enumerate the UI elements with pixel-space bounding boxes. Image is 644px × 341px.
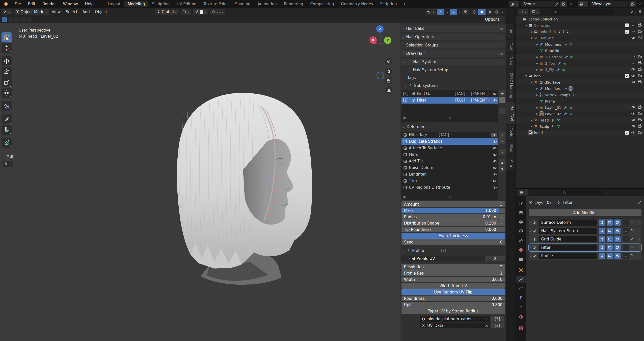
drag-handle-icon[interactable]: ::::: [499, 61, 503, 63]
gizmo-axis-z[interactable]: Z: [376, 25, 384, 33]
header-extra-button-4[interactable]: [20, 17, 26, 22]
panel-hair-system[interactable]: ⌄⋮Hair System::::: [401, 59, 505, 65]
sidebar-tab-cp77-modding[interactable]: CP77 Modding: [506, 69, 514, 102]
modifier-expander[interactable]: ›: [530, 238, 531, 241]
editor-type-button[interactable]: ⌄: [518, 9, 528, 15]
nav-pan-button[interactable]: [385, 68, 393, 75]
realtime-toggle[interactable]: [607, 245, 613, 251]
panel-profile[interactable]: ⌄⋮Profile[2]: [402, 248, 505, 254]
exclude-checkbox[interactable]: ✓: [625, 23, 629, 27]
deformers-add-button[interactable]: [499, 132, 505, 138]
overlays-dropdown[interactable]: ⌄: [459, 10, 461, 14]
workspace-tab-texture-paint[interactable]: Texture Paint: [200, 1, 231, 7]
edit-mode-toggle[interactable]: [599, 236, 605, 242]
subsystems-specials-button[interactable]: ⌄: [499, 108, 505, 114]
expander-open-icon[interactable]: ▼: [530, 81, 534, 84]
render-toggle[interactable]: [638, 130, 642, 135]
workspace-tab-shading[interactable]: Shading: [232, 1, 254, 7]
render-toggle[interactable]: [638, 67, 642, 72]
use-random-uv-flip-button[interactable]: Use Random UV Flip: [401, 289, 505, 295]
filter-tag-row[interactable]: Filter Tag:[TAG]↔: [401, 132, 498, 138]
viewlayer-remove-icon[interactable]: [638, 2, 641, 6]
header-extra-button-2[interactable]: [8, 17, 14, 22]
viewlayer-copy-button[interactable]: [629, 1, 636, 7]
expander-open-icon[interactable]: ▼: [524, 24, 528, 27]
deformers-remove-button[interactable]: [499, 138, 505, 144]
modifier-expander[interactable]: ›: [530, 254, 531, 258]
deformer-row[interactable]: Duplicate Strands: [401, 138, 498, 145]
edit-mode-toggle[interactable]: [599, 253, 605, 259]
render-toggle[interactable]: [638, 29, 642, 34]
panel-sub-systems[interactable]: ⌄⋮Sub-systems: [405, 83, 505, 89]
prop-slider[interactable]: Radius0.01 m: [401, 214, 499, 220]
deformer-row[interactable]: Trim: [401, 178, 498, 184]
properties-tab-data[interactable]: [516, 304, 526, 311]
panel-hair-system-setup[interactable]: ›⋮Hair System Setup: [405, 67, 505, 73]
gizmo-axis-x[interactable]: X: [369, 36, 377, 44]
snap-toggle[interactable]: ⌄: [193, 9, 208, 15]
prop-slider[interactable]: Width0.010: [401, 277, 505, 282]
outliner-row[interactable]: ▼BobGrid✕: [516, 35, 644, 41]
hide-toggle[interactable]: [631, 124, 635, 129]
subsystems-add-button[interactable]: [499, 90, 505, 96]
exclude-checkbox[interactable]: ✓: [625, 131, 629, 135]
render-toggle[interactable]: [614, 253, 621, 259]
modifier-drag-handle[interactable]: ::::::::: [636, 221, 640, 224]
modifier-drag-handle[interactable]: ::::::::: [636, 255, 640, 257]
tool-add-cube[interactable]: [2, 138, 12, 148]
outliner-row[interactable]: ▶3_Fly: [516, 66, 644, 73]
deformer-row[interactable]: Add Tilt: [401, 158, 498, 164]
outliner-row[interactable]: ▶Modifiers: [516, 85, 644, 92]
hide-toggle[interactable]: [631, 61, 635, 66]
properties-search-input[interactable]: [561, 190, 603, 195]
sidebar-tab-tools[interactable]: Tools: [506, 125, 514, 140]
render-toggle[interactable]: [638, 61, 642, 66]
properties-tab-material[interactable]: [516, 313, 526, 321]
outliner-row[interactable]: ▼GridSurface: [516, 79, 644, 85]
properties-tab-render[interactable]: [516, 209, 526, 216]
deformer-row[interactable]: Lenghten: [401, 171, 498, 178]
shading-material-preview[interactable]: [486, 9, 493, 15]
resize-handle-icon[interactable]: ::::: [449, 196, 453, 198]
gizmo-axis-negative-z[interactable]: [377, 72, 384, 79]
outliner-row[interactable]: Plane: [516, 98, 644, 104]
modifier-drag-handle[interactable]: ::::::::: [636, 246, 640, 249]
breadcrumb-object[interactable]: Layer_02: [534, 200, 552, 205]
properties-tab-physics[interactable]: [516, 285, 526, 293]
outliner-row[interactable]: ▶bobref22✓: [516, 29, 644, 35]
modifier-row-surface-deform[interactable]: ›Surface Deform⌄::::::::: [529, 219, 641, 226]
resize-handle-icon[interactable]: ::::: [449, 117, 453, 118]
outliner-row[interactable]: ▶Vertex Groups: [516, 92, 644, 98]
prop-dropdown-button[interactable]: ⌄: [499, 214, 505, 220]
breadcrumb-modifier[interactable]: Filter: [563, 200, 573, 205]
modifier-extras-button[interactable]: ⌄: [623, 253, 629, 259]
modifier-extras-button[interactable]: ⌄: [623, 245, 629, 251]
expand-icon[interactable]: ▶: [404, 194, 407, 199]
profile-type-dropdown[interactable]: ⌄Flat Profile UV⌄: [401, 256, 485, 261]
scene-unlink-icon[interactable]: [569, 2, 573, 6]
prop-slider[interactable]: Roundness0.000: [401, 296, 505, 301]
deformer-row[interactable]: Attach To Surface: [401, 145, 498, 151]
viewlayer-field[interactable]: ViewLayer: [590, 1, 628, 7]
filter-tag-expand-button[interactable]: ↔: [491, 133, 497, 137]
scene-field[interactable]: Scene: [521, 1, 559, 7]
viewlayer-browse-button[interactable]: ⌄: [578, 1, 588, 7]
modifier-delete-button[interactable]: [631, 245, 634, 250]
menu-edit[interactable]: Edit: [24, 2, 39, 6]
options-dropdown[interactable]: Options⌄: [484, 16, 504, 22]
render-toggle[interactable]: ✕: [638, 36, 642, 41]
subsystems-remove-button[interactable]: [499, 97, 505, 103]
menu-file[interactable]: File: [11, 2, 24, 6]
even-thickness-button[interactable]: Even Thickness: [401, 233, 505, 239]
expander-closed-icon[interactable]: ▶: [535, 62, 539, 65]
hide-toggle[interactable]: [631, 80, 635, 85]
asset-button[interactable]: A...: [3, 161, 13, 167]
deformer-row[interactable]: Noise Deform: [401, 164, 498, 171]
outliner-row[interactable]: ▶2_Top: [516, 60, 644, 66]
prop-slider[interactable]: Mask1.000: [401, 208, 499, 213]
outliner-row[interactable]: ▶Layer_02: [516, 111, 644, 117]
modifier-expander[interactable]: ›: [530, 229, 531, 233]
modifier-expander[interactable]: ›: [530, 246, 531, 249]
add-modifier-button[interactable]: ＋Add Modifier: [529, 209, 641, 216]
tool-cursor[interactable]: [2, 43, 12, 53]
